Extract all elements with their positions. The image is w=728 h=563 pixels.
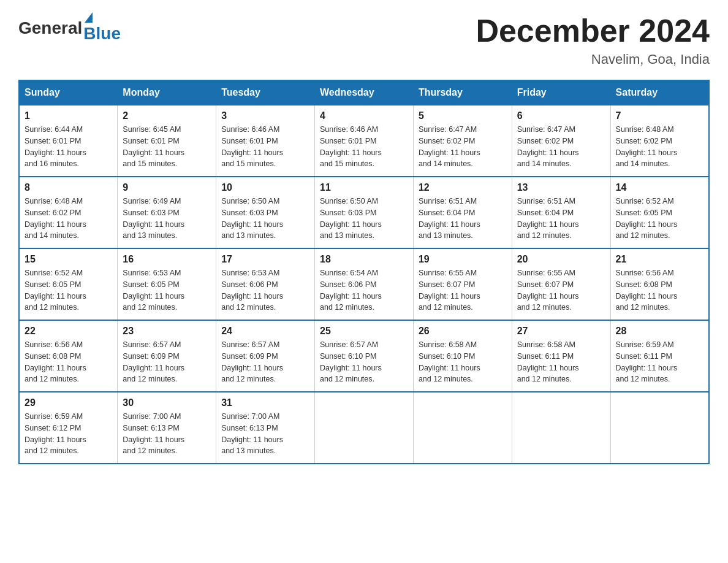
day-info: Sunrise: 6:59 AMSunset: 6:11 PMDaylight:… <box>616 339 703 385</box>
day-info: Sunrise: 6:50 AMSunset: 6:03 PMDaylight:… <box>221 196 309 242</box>
calendar-cell: 14 Sunrise: 6:52 AMSunset: 6:05 PMDaylig… <box>610 177 709 248</box>
page-header: General Blue December 2024 Navelim, Goa,… <box>18 12 710 67</box>
calendar-cell: 25 Sunrise: 6:57 AMSunset: 6:10 PMDaylig… <box>315 320 414 392</box>
calendar-cell: 5 Sunrise: 6:47 AMSunset: 6:02 PMDayligh… <box>413 105 512 177</box>
day-info: Sunrise: 6:53 AMSunset: 6:06 PMDaylight:… <box>221 267 309 313</box>
calendar-cell: 8 Sunrise: 6:48 AMSunset: 6:02 PMDayligh… <box>19 177 118 248</box>
day-number: 28 <box>616 326 703 337</box>
day-info: Sunrise: 6:58 AMSunset: 6:10 PMDaylight:… <box>419 339 507 385</box>
column-header-saturday: Saturday <box>610 80 709 105</box>
day-number: 6 <box>517 110 605 121</box>
day-number: 19 <box>419 254 507 265</box>
calendar-cell <box>610 392 709 464</box>
day-info: Sunrise: 6:45 AMSunset: 6:01 PMDaylight:… <box>123 124 211 170</box>
calendar-cell: 12 Sunrise: 6:51 AMSunset: 6:04 PMDaylig… <box>413 177 512 248</box>
calendar-cell: 9 Sunrise: 6:49 AMSunset: 6:03 PMDayligh… <box>118 177 216 248</box>
calendar-cell: 19 Sunrise: 6:55 AMSunset: 6:07 PMDaylig… <box>413 248 512 320</box>
day-info: Sunrise: 7:00 AMSunset: 6:13 PMDaylight:… <box>221 411 309 457</box>
title-area: December 2024 Navelim, Goa, India <box>476 12 710 67</box>
calendar-cell <box>512 392 610 464</box>
day-info: Sunrise: 6:49 AMSunset: 6:03 PMDaylight:… <box>123 196 211 242</box>
day-number: 29 <box>25 397 112 408</box>
calendar-cell: 16 Sunrise: 6:53 AMSunset: 6:05 PMDaylig… <box>118 248 216 320</box>
day-info: Sunrise: 6:48 AMSunset: 6:02 PMDaylight:… <box>616 124 703 170</box>
day-number: 14 <box>616 182 703 193</box>
day-info: Sunrise: 6:46 AMSunset: 6:01 PMDaylight:… <box>320 124 408 170</box>
day-info: Sunrise: 6:57 AMSunset: 6:09 PMDaylight:… <box>221 339 309 385</box>
day-info: Sunrise: 6:51 AMSunset: 6:04 PMDaylight:… <box>517 196 605 242</box>
calendar-cell <box>315 392 414 464</box>
calendar-cell: 29 Sunrise: 6:59 AMSunset: 6:12 PMDaylig… <box>19 392 118 464</box>
month-title: December 2024 <box>476 12 710 49</box>
day-info: Sunrise: 6:57 AMSunset: 6:10 PMDaylight:… <box>320 339 408 385</box>
calendar-week-row: 22 Sunrise: 6:56 AMSunset: 6:08 PMDaylig… <box>19 320 709 392</box>
day-info: Sunrise: 6:47 AMSunset: 6:02 PMDaylight:… <box>517 124 605 170</box>
calendar-cell: 17 Sunrise: 6:53 AMSunset: 6:06 PMDaylig… <box>216 248 315 320</box>
calendar-cell: 31 Sunrise: 7:00 AMSunset: 6:13 PMDaylig… <box>216 392 315 464</box>
day-number: 24 <box>221 326 309 337</box>
day-number: 21 <box>616 254 703 265</box>
calendar-cell: 21 Sunrise: 6:56 AMSunset: 6:08 PMDaylig… <box>610 248 709 320</box>
day-number: 26 <box>419 326 507 337</box>
day-number: 31 <box>221 397 309 408</box>
day-info: Sunrise: 6:48 AMSunset: 6:02 PMDaylight:… <box>25 196 112 242</box>
day-number: 16 <box>123 254 211 265</box>
calendar-cell: 20 Sunrise: 6:55 AMSunset: 6:07 PMDaylig… <box>512 248 610 320</box>
calendar-header-row: SundayMondayTuesdayWednesdayThursdayFrid… <box>19 80 709 105</box>
day-info: Sunrise: 6:52 AMSunset: 6:05 PMDaylight:… <box>25 267 112 313</box>
day-number: 5 <box>419 110 507 121</box>
day-info: Sunrise: 6:56 AMSunset: 6:08 PMDaylight:… <box>616 267 703 313</box>
day-number: 13 <box>517 182 605 193</box>
calendar-cell: 7 Sunrise: 6:48 AMSunset: 6:02 PMDayligh… <box>610 105 709 177</box>
day-number: 3 <box>221 110 309 121</box>
day-info: Sunrise: 6:55 AMSunset: 6:07 PMDaylight:… <box>419 267 507 313</box>
calendar-cell: 15 Sunrise: 6:52 AMSunset: 6:05 PMDaylig… <box>19 248 118 320</box>
calendar-week-row: 1 Sunrise: 6:44 AMSunset: 6:01 PMDayligh… <box>19 105 709 177</box>
day-number: 25 <box>320 326 408 337</box>
day-number: 8 <box>25 182 112 193</box>
day-number: 9 <box>123 182 211 193</box>
day-info: Sunrise: 6:52 AMSunset: 6:05 PMDaylight:… <box>616 196 703 242</box>
day-info: Sunrise: 6:56 AMSunset: 6:08 PMDaylight:… <box>25 339 112 385</box>
calendar-week-row: 29 Sunrise: 6:59 AMSunset: 6:12 PMDaylig… <box>19 392 709 464</box>
calendar-table: SundayMondayTuesdayWednesdayThursdayFrid… <box>18 80 710 464</box>
day-number: 1 <box>25 110 112 121</box>
day-number: 7 <box>616 110 703 121</box>
day-number: 18 <box>320 254 408 265</box>
column-header-friday: Friday <box>512 80 610 105</box>
logo-general-text: General <box>18 18 82 38</box>
calendar-cell: 23 Sunrise: 6:57 AMSunset: 6:09 PMDaylig… <box>118 320 216 392</box>
logo-blue-text: Blue <box>83 24 121 44</box>
day-info: Sunrise: 6:51 AMSunset: 6:04 PMDaylight:… <box>419 196 507 242</box>
column-header-monday: Monday <box>118 80 216 105</box>
day-number: 23 <box>123 326 211 337</box>
day-info: Sunrise: 6:46 AMSunset: 6:01 PMDaylight:… <box>221 124 309 170</box>
calendar-cell: 28 Sunrise: 6:59 AMSunset: 6:11 PMDaylig… <box>610 320 709 392</box>
day-info: Sunrise: 6:47 AMSunset: 6:02 PMDaylight:… <box>419 124 507 170</box>
calendar-cell: 2 Sunrise: 6:45 AMSunset: 6:01 PMDayligh… <box>118 105 216 177</box>
logo: General Blue <box>18 12 121 44</box>
calendar-cell: 24 Sunrise: 6:57 AMSunset: 6:09 PMDaylig… <box>216 320 315 392</box>
day-number: 22 <box>25 326 112 337</box>
calendar-cell: 1 Sunrise: 6:44 AMSunset: 6:01 PMDayligh… <box>19 105 118 177</box>
day-info: Sunrise: 6:53 AMSunset: 6:05 PMDaylight:… <box>123 267 211 313</box>
calendar-week-row: 15 Sunrise: 6:52 AMSunset: 6:05 PMDaylig… <box>19 248 709 320</box>
day-number: 4 <box>320 110 408 121</box>
calendar-cell: 18 Sunrise: 6:54 AMSunset: 6:06 PMDaylig… <box>315 248 414 320</box>
day-info: Sunrise: 6:55 AMSunset: 6:07 PMDaylight:… <box>517 267 605 313</box>
day-info: Sunrise: 7:00 AMSunset: 6:13 PMDaylight:… <box>123 411 211 457</box>
day-number: 11 <box>320 182 408 193</box>
calendar-cell <box>413 392 512 464</box>
day-info: Sunrise: 6:57 AMSunset: 6:09 PMDaylight:… <box>123 339 211 385</box>
calendar-week-row: 8 Sunrise: 6:48 AMSunset: 6:02 PMDayligh… <box>19 177 709 248</box>
day-info: Sunrise: 6:44 AMSunset: 6:01 PMDaylight:… <box>25 124 112 170</box>
day-number: 10 <box>221 182 309 193</box>
day-number: 15 <box>25 254 112 265</box>
calendar-cell: 22 Sunrise: 6:56 AMSunset: 6:08 PMDaylig… <box>19 320 118 392</box>
location-text: Navelim, Goa, India <box>476 52 710 67</box>
day-info: Sunrise: 6:54 AMSunset: 6:06 PMDaylight:… <box>320 267 408 313</box>
column-header-wednesday: Wednesday <box>315 80 414 105</box>
day-info: Sunrise: 6:58 AMSunset: 6:11 PMDaylight:… <box>517 339 605 385</box>
day-number: 17 <box>221 254 309 265</box>
calendar-cell: 11 Sunrise: 6:50 AMSunset: 6:03 PMDaylig… <box>315 177 414 248</box>
